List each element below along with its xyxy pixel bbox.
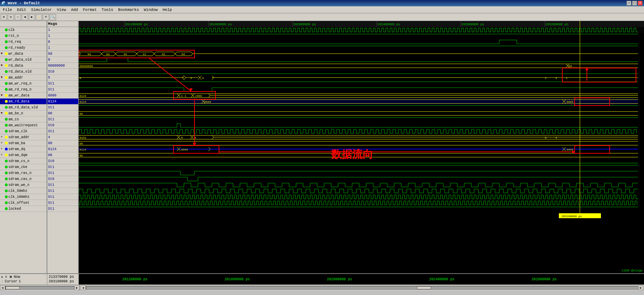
signal-row[interactable]: clk	[0, 27, 47, 33]
vscroll-thumb[interactable]	[6, 286, 20, 289]
value-row: St1	[47, 81, 78, 87]
signal-row[interactable]: sdram_cke	[0, 164, 47, 170]
signal-color-dot	[5, 195, 8, 198]
menu-view[interactable]: View	[55, 7, 68, 12]
hscroll-thumb[interactable]	[417, 286, 431, 289]
signal-color-dot	[5, 112, 8, 115]
play-icon: ▶	[1, 275, 3, 279]
signal-row[interactable]: +sdram_dq	[0, 146, 47, 152]
titlebar: 🌊 Wave - Default − □ ×	[0, 0, 644, 6]
signal-row[interactable]: clk_50mhz	[0, 188, 47, 194]
expand-icon: ▼	[1, 112, 4, 115]
signal-row[interactable]: am_waitrequest	[0, 122, 47, 128]
signal-row[interactable]: +sdram_addr	[0, 134, 47, 140]
close-button[interactable]: ×	[638, 1, 643, 6]
signal-name-label: am_addr	[8, 76, 46, 80]
value-row: St0	[47, 122, 78, 128]
signal-row[interactable]: rd_data_vld	[0, 69, 47, 75]
svg-text:00: 00	[80, 142, 83, 145]
signal-row[interactable]: sdram_ras_n	[0, 170, 47, 176]
signal-row[interactable]: ▼am_be_n	[0, 110, 47, 116]
maximize-button[interactable]: □	[632, 1, 637, 6]
value-row: 1	[47, 27, 78, 33]
now-label: Now	[14, 275, 20, 279]
hscroll-track[interactable]	[86, 286, 638, 290]
menu-format[interactable]: Format	[81, 7, 99, 12]
svg-text:01: 01	[162, 53, 165, 56]
signal-row[interactable]: am_rd_req_n	[0, 87, 47, 93]
signal-name-label: am_cs	[8, 118, 46, 121]
signal-row[interactable]: clk_offset	[0, 200, 47, 206]
menu-help[interactable]: Help	[160, 7, 174, 12]
signal-color-dot	[5, 94, 8, 97]
menu-edit[interactable]: Edit	[15, 7, 28, 12]
wave-panel[interactable]: 201200000 ps 201600000 ps 202000000 ps 2…	[79, 21, 644, 273]
signal-row[interactable]: clk_100mhz	[0, 194, 47, 200]
value-row: 00	[47, 110, 78, 116]
titlebar-text: Wave - Default	[8, 1, 40, 5]
expand-icon: ▼	[1, 100, 4, 103]
statusbar-timeline: 201200000 ps 201600000 ps 202000000 ps 2…	[79, 274, 644, 284]
signal-color-dot	[5, 154, 8, 156]
signal-row[interactable]: ▼am_rd_data	[0, 99, 47, 105]
signal-name-label: clk_50mhz	[8, 189, 46, 193]
toolbar-prev[interactable]: ◀	[22, 14, 28, 20]
value-row: 8124	[47, 146, 78, 152]
toolbar-zoom-in[interactable]: ⊕	[1, 14, 7, 20]
signal-row[interactable]: +sdram_ba	[0, 140, 47, 146]
minimize-button[interactable]: −	[626, 1, 631, 6]
signal-row[interactable]: rst_n	[0, 33, 47, 39]
svg-text:00: 00	[80, 154, 83, 157]
svg-text:0: 0	[545, 136, 547, 139]
menubar: File Edit Simulator View Add Format Tool…	[0, 6, 644, 13]
signal-row[interactable]: wr_data_vld	[0, 57, 47, 63]
value-row: 0	[47, 39, 78, 45]
signal-row[interactable]: am_cs	[0, 116, 47, 122]
hscroll-right-button[interactable]: ▶	[638, 286, 643, 290]
scroll-right-button2[interactable]: ▶	[74, 286, 80, 290]
toolbar-zoom-out[interactable]: ⊖	[8, 14, 14, 20]
signal-row[interactable]: rd_ready	[0, 45, 47, 51]
signal-name-label: sdram_we_n	[8, 183, 46, 187]
menu-bookmarks[interactable]: Bookmarks	[116, 7, 141, 12]
signal-row[interactable]: sdram_we_n	[0, 182, 47, 188]
signal-row[interactable]: sdram_cs_n	[0, 158, 47, 164]
svg-text:8124: 8124	[80, 94, 86, 98]
menu-window[interactable]: Window	[142, 7, 160, 12]
statusbar-mid: 213370000 ps 203190000 ps	[47, 274, 79, 284]
tl-5: 202800000 ps	[532, 277, 557, 281]
menu-add[interactable]: Add	[69, 7, 80, 12]
signal-row[interactable]: rd_req	[0, 39, 47, 45]
hscroll-left-button[interactable]: ◀	[81, 286, 86, 290]
svg-text:202400000 ps: 202400000 ps	[377, 23, 400, 26]
scroll-left-button[interactable]: ◀	[0, 286, 5, 290]
signal-row[interactable]: ▼wr_data	[0, 51, 47, 57]
signal-row[interactable]: sdram_clk	[0, 128, 47, 134]
signal-row[interactable]: ▼rd_data	[0, 63, 47, 69]
signal-row[interactable]: sdram_cas_n	[0, 176, 47, 182]
signal-row[interactable]: am_wr_req_n	[0, 81, 47, 87]
toolbar-next[interactable]: ▶	[29, 14, 35, 20]
signal-row[interactable]: am_rd_data_vld	[0, 105, 47, 110]
signal-row[interactable]: locked	[0, 206, 47, 212]
toolbar-grid[interactable]: #	[43, 14, 49, 20]
signal-row[interactable]: ▼am_wr_data	[0, 93, 47, 99]
cursor-value: 203190000 ps	[49, 280, 74, 283]
toolbar-zoom-fit[interactable]: ↔	[15, 14, 21, 20]
signal-row[interactable]: +sdram_dqm	[0, 152, 47, 158]
vscroll-track[interactable]	[5, 286, 74, 290]
value-row: 0000	[47, 93, 78, 99]
menu-simulator[interactable]: Simulator	[29, 7, 54, 12]
svg-text:2: 2	[545, 76, 547, 80]
value-row: St1	[47, 194, 78, 200]
menu-tools[interactable]: Tools	[100, 7, 115, 12]
menu-file[interactable]: File	[1, 7, 14, 12]
toolbar-cursor[interactable]: |	[36, 14, 42, 20]
signal-color-dot	[5, 160, 8, 162]
svg-text:8191: 8191	[80, 136, 86, 139]
signal-name-label: sdram_dq	[8, 147, 46, 151]
toolbar-search[interactable]: 🔍	[50, 14, 56, 20]
signal-list: clk rst_n rd_req rd_ready▼wr_data wr_dat…	[0, 27, 47, 212]
signal-row[interactable]: ▼am_addr	[0, 75, 47, 81]
expand-icon: +	[1, 141, 4, 145]
